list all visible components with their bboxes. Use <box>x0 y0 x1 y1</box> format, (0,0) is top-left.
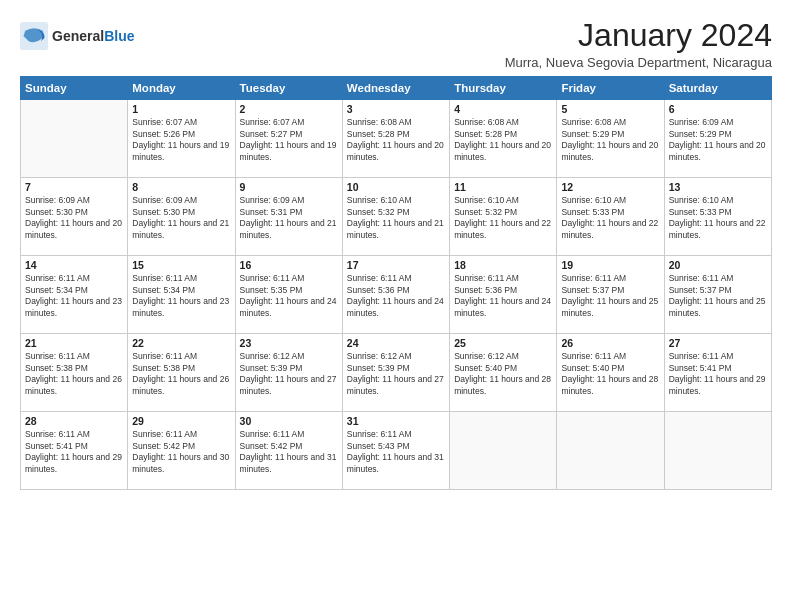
day-number: 30 <box>240 415 338 427</box>
cell-info: Sunrise: 6:11 AMSunset: 5:34 PMDaylight:… <box>132 273 230 319</box>
cell-info: Sunrise: 6:08 AMSunset: 5:29 PMDaylight:… <box>561 117 659 163</box>
cell-info: Sunrise: 6:11 AMSunset: 5:35 PMDaylight:… <box>240 273 338 319</box>
cell-info: Sunrise: 6:09 AMSunset: 5:30 PMDaylight:… <box>132 195 230 241</box>
table-row: 5Sunrise: 6:08 AMSunset: 5:29 PMDaylight… <box>557 100 664 178</box>
table-row: 23Sunrise: 6:12 AMSunset: 5:39 PMDayligh… <box>235 334 342 412</box>
table-row: 30Sunrise: 6:11 AMSunset: 5:42 PMDayligh… <box>235 412 342 490</box>
day-number: 20 <box>669 259 767 271</box>
table-row: 22Sunrise: 6:11 AMSunset: 5:38 PMDayligh… <box>128 334 235 412</box>
calendar-week-0: 1Sunrise: 6:07 AMSunset: 5:26 PMDaylight… <box>21 100 772 178</box>
title-block: January 2024 Murra, Nueva Segovia Depart… <box>505 18 772 70</box>
col-friday: Friday <box>557 77 664 100</box>
day-number: 19 <box>561 259 659 271</box>
table-row: 7Sunrise: 6:09 AMSunset: 5:30 PMDaylight… <box>21 178 128 256</box>
table-row: 16Sunrise: 6:11 AMSunset: 5:35 PMDayligh… <box>235 256 342 334</box>
cell-info: Sunrise: 6:11 AMSunset: 5:42 PMDaylight:… <box>132 429 230 475</box>
cell-info: Sunrise: 6:11 AMSunset: 5:41 PMDaylight:… <box>25 429 123 475</box>
day-number: 8 <box>132 181 230 193</box>
cell-info: Sunrise: 6:10 AMSunset: 5:32 PMDaylight:… <box>347 195 445 241</box>
cell-info: Sunrise: 6:11 AMSunset: 5:34 PMDaylight:… <box>25 273 123 319</box>
table-row: 27Sunrise: 6:11 AMSunset: 5:41 PMDayligh… <box>664 334 771 412</box>
cell-info: Sunrise: 6:11 AMSunset: 5:41 PMDaylight:… <box>669 351 767 397</box>
cell-info: Sunrise: 6:11 AMSunset: 5:42 PMDaylight:… <box>240 429 338 475</box>
cell-info: Sunrise: 6:09 AMSunset: 5:29 PMDaylight:… <box>669 117 767 163</box>
cell-info: Sunrise: 6:11 AMSunset: 5:43 PMDaylight:… <box>347 429 445 475</box>
cell-info: Sunrise: 6:10 AMSunset: 5:32 PMDaylight:… <box>454 195 552 241</box>
calendar-week-2: 14Sunrise: 6:11 AMSunset: 5:34 PMDayligh… <box>21 256 772 334</box>
calendar-week-4: 28Sunrise: 6:11 AMSunset: 5:41 PMDayligh… <box>21 412 772 490</box>
cell-info: Sunrise: 6:11 AMSunset: 5:36 PMDaylight:… <box>454 273 552 319</box>
day-number: 9 <box>240 181 338 193</box>
day-number: 22 <box>132 337 230 349</box>
cell-info: Sunrise: 6:10 AMSunset: 5:33 PMDaylight:… <box>561 195 659 241</box>
day-number: 26 <box>561 337 659 349</box>
day-number: 10 <box>347 181 445 193</box>
day-number: 12 <box>561 181 659 193</box>
table-row: 3Sunrise: 6:08 AMSunset: 5:28 PMDaylight… <box>342 100 449 178</box>
cell-info: Sunrise: 6:10 AMSunset: 5:33 PMDaylight:… <box>669 195 767 241</box>
cell-info: Sunrise: 6:12 AMSunset: 5:40 PMDaylight:… <box>454 351 552 397</box>
day-number: 28 <box>25 415 123 427</box>
table-row: 19Sunrise: 6:11 AMSunset: 5:37 PMDayligh… <box>557 256 664 334</box>
cell-info: Sunrise: 6:11 AMSunset: 5:38 PMDaylight:… <box>25 351 123 397</box>
table-row: 17Sunrise: 6:11 AMSunset: 5:36 PMDayligh… <box>342 256 449 334</box>
table-row <box>664 412 771 490</box>
cell-info: Sunrise: 6:07 AMSunset: 5:27 PMDaylight:… <box>240 117 338 163</box>
col-wednesday: Wednesday <box>342 77 449 100</box>
day-number: 27 <box>669 337 767 349</box>
table-row: 18Sunrise: 6:11 AMSunset: 5:36 PMDayligh… <box>450 256 557 334</box>
table-row: 12Sunrise: 6:10 AMSunset: 5:33 PMDayligh… <box>557 178 664 256</box>
table-row: 13Sunrise: 6:10 AMSunset: 5:33 PMDayligh… <box>664 178 771 256</box>
table-row: 4Sunrise: 6:08 AMSunset: 5:28 PMDaylight… <box>450 100 557 178</box>
table-row: 20Sunrise: 6:11 AMSunset: 5:37 PMDayligh… <box>664 256 771 334</box>
calendar-week-1: 7Sunrise: 6:09 AMSunset: 5:30 PMDaylight… <box>21 178 772 256</box>
table-row: 26Sunrise: 6:11 AMSunset: 5:40 PMDayligh… <box>557 334 664 412</box>
day-number: 13 <box>669 181 767 193</box>
table-row: 29Sunrise: 6:11 AMSunset: 5:42 PMDayligh… <box>128 412 235 490</box>
cell-info: Sunrise: 6:12 AMSunset: 5:39 PMDaylight:… <box>347 351 445 397</box>
table-row: 15Sunrise: 6:11 AMSunset: 5:34 PMDayligh… <box>128 256 235 334</box>
calendar-week-3: 21Sunrise: 6:11 AMSunset: 5:38 PMDayligh… <box>21 334 772 412</box>
table-row <box>21 100 128 178</box>
cell-info: Sunrise: 6:09 AMSunset: 5:30 PMDaylight:… <box>25 195 123 241</box>
logo-text: GeneralBlue <box>52 27 134 45</box>
table-row: 11Sunrise: 6:10 AMSunset: 5:32 PMDayligh… <box>450 178 557 256</box>
cell-info: Sunrise: 6:11 AMSunset: 5:37 PMDaylight:… <box>561 273 659 319</box>
header: GeneralBlue January 2024 Murra, Nueva Se… <box>20 18 772 70</box>
table-row: 14Sunrise: 6:11 AMSunset: 5:34 PMDayligh… <box>21 256 128 334</box>
table-row <box>557 412 664 490</box>
logo-icon <box>20 22 48 50</box>
day-number: 31 <box>347 415 445 427</box>
day-number: 18 <box>454 259 552 271</box>
day-number: 5 <box>561 103 659 115</box>
cell-info: Sunrise: 6:08 AMSunset: 5:28 PMDaylight:… <box>347 117 445 163</box>
month-title: January 2024 <box>505 18 772 53</box>
table-row: 25Sunrise: 6:12 AMSunset: 5:40 PMDayligh… <box>450 334 557 412</box>
day-number: 15 <box>132 259 230 271</box>
table-row: 31Sunrise: 6:11 AMSunset: 5:43 PMDayligh… <box>342 412 449 490</box>
day-number: 14 <box>25 259 123 271</box>
location-title: Murra, Nueva Segovia Department, Nicarag… <box>505 55 772 70</box>
cell-info: Sunrise: 6:09 AMSunset: 5:31 PMDaylight:… <box>240 195 338 241</box>
table-row: 9Sunrise: 6:09 AMSunset: 5:31 PMDaylight… <box>235 178 342 256</box>
day-number: 11 <box>454 181 552 193</box>
col-thursday: Thursday <box>450 77 557 100</box>
day-number: 1 <box>132 103 230 115</box>
col-sunday: Sunday <box>21 77 128 100</box>
day-number: 21 <box>25 337 123 349</box>
header-row: Sunday Monday Tuesday Wednesday Thursday… <box>21 77 772 100</box>
day-number: 17 <box>347 259 445 271</box>
cell-info: Sunrise: 6:11 AMSunset: 5:40 PMDaylight:… <box>561 351 659 397</box>
table-row: 1Sunrise: 6:07 AMSunset: 5:26 PMDaylight… <box>128 100 235 178</box>
col-monday: Monday <box>128 77 235 100</box>
cell-info: Sunrise: 6:08 AMSunset: 5:28 PMDaylight:… <box>454 117 552 163</box>
table-row: 6Sunrise: 6:09 AMSunset: 5:29 PMDaylight… <box>664 100 771 178</box>
cell-info: Sunrise: 6:07 AMSunset: 5:26 PMDaylight:… <box>132 117 230 163</box>
day-number: 24 <box>347 337 445 349</box>
table-row: 2Sunrise: 6:07 AMSunset: 5:27 PMDaylight… <box>235 100 342 178</box>
day-number: 23 <box>240 337 338 349</box>
day-number: 3 <box>347 103 445 115</box>
table-row: 8Sunrise: 6:09 AMSunset: 5:30 PMDaylight… <box>128 178 235 256</box>
cell-info: Sunrise: 6:11 AMSunset: 5:38 PMDaylight:… <box>132 351 230 397</box>
day-number: 25 <box>454 337 552 349</box>
